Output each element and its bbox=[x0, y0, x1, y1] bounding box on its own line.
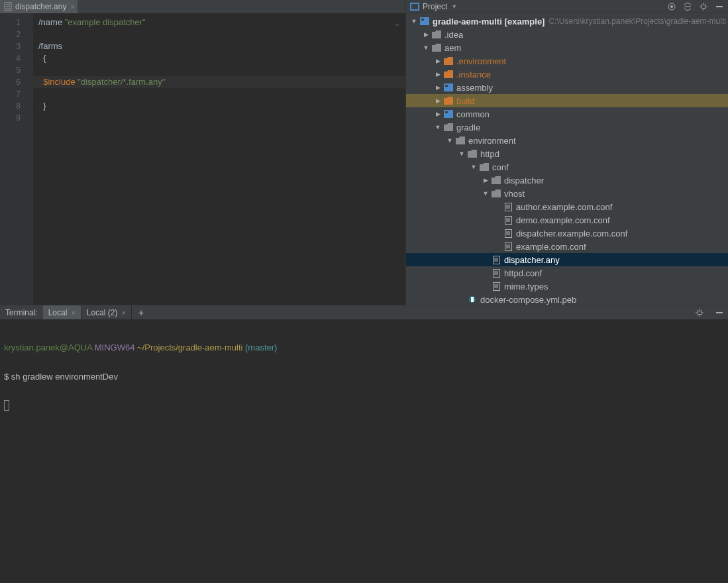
tree-item-dispatcher-any[interactable]: dispatcher.any bbox=[406, 253, 728, 266]
tree-item-gradle[interactable]: gradle bbox=[406, 121, 728, 134]
folder-icon bbox=[479, 163, 490, 171]
tree-twist[interactable] bbox=[421, 44, 431, 51]
svg-rect-12 bbox=[444, 83, 453, 91]
tree-twist[interactable] bbox=[421, 31, 431, 38]
terminal-line: krystian.panek@AQUA MINGW64 ~/Projects/g… bbox=[4, 341, 724, 355]
add-terminal-button[interactable]: + bbox=[132, 307, 150, 318]
tree-label: conf bbox=[492, 162, 509, 172]
terminal-tab[interactable]: Local (2)× bbox=[81, 305, 132, 320]
terminal-branch: (master) bbox=[245, 343, 277, 352]
folder-icon bbox=[467, 150, 478, 158]
tree-item-docker-compose-yml-peb[interactable]: docker-compose.yml.peb bbox=[406, 293, 728, 305]
file-icon bbox=[503, 242, 513, 251]
terminal-path: ~/Projects/gradle-aem-multi bbox=[137, 343, 242, 352]
svg-rect-11 bbox=[421, 19, 424, 21]
target-icon[interactable] bbox=[667, 2, 676, 11]
close-icon[interactable]: × bbox=[71, 309, 75, 317]
file-icon bbox=[491, 282, 501, 291]
tree-item-conf[interactable]: conf bbox=[406, 160, 728, 174]
close-icon[interactable]: × bbox=[122, 309, 126, 317]
tree-item--idea[interactable]: .idea bbox=[406, 28, 728, 41]
tree-label: dispatcher bbox=[504, 176, 544, 186]
folder-icon bbox=[431, 30, 442, 38]
tree-label: environment bbox=[468, 136, 516, 146]
tree-twist[interactable] bbox=[480, 190, 491, 197]
tree-twist[interactable] bbox=[456, 150, 467, 157]
tree-item-httpd-conf[interactable]: httpd.conf bbox=[406, 266, 728, 280]
close-icon[interactable]: × bbox=[70, 3, 74, 11]
tree-twist[interactable] bbox=[444, 137, 455, 144]
tree-twist[interactable] bbox=[409, 18, 419, 25]
tree-item-aem[interactable]: aem bbox=[406, 41, 728, 54]
editor-body[interactable]: 123456789 ⌄ /name "example dispatcher"/f… bbox=[0, 13, 405, 305]
tree-item-dispatcher-example-com-conf[interactable]: dispatcher.example.com.conf bbox=[406, 227, 728, 240]
tree-item-example-com-conf[interactable]: example.com.conf bbox=[406, 240, 728, 253]
tree-twist[interactable] bbox=[468, 164, 479, 170]
folder-icon bbox=[491, 176, 501, 184]
editor-tab-dispatcher[interactable]: dispatcher.any × bbox=[0, 0, 78, 13]
terminal-tab-label: Local (2) bbox=[87, 308, 118, 317]
tree-suffix: [example] bbox=[505, 17, 545, 26]
terminal-env: MINGW64 bbox=[95, 343, 135, 352]
project-header[interactable]: Project ▼ bbox=[406, 0, 728, 13]
tree-item-common[interactable]: common bbox=[406, 107, 728, 121]
file-icon bbox=[4, 2, 12, 11]
terminal-line: $ sh gradlew environmentDev bbox=[4, 370, 724, 384]
svg-rect-45 bbox=[471, 297, 474, 302]
svg-point-7 bbox=[670, 5, 673, 8]
tree-label: dispatcher.example.com.conf bbox=[516, 229, 627, 238]
gear-icon[interactable] bbox=[699, 2, 708, 11]
tree-item-gradle-aem-multi[interactable]: gradle-aem-multi[example]C:\Users\krysti… bbox=[406, 15, 728, 28]
chevron-down-icon[interactable]: ▼ bbox=[451, 3, 457, 10]
svg-point-46 bbox=[698, 311, 702, 315]
tree-twist[interactable] bbox=[433, 124, 443, 131]
tree-twist[interactable] bbox=[480, 177, 491, 184]
tree-twist[interactable] bbox=[433, 97, 443, 104]
terminal-cursor-line bbox=[4, 399, 724, 413]
tree-item--environment[interactable]: .environment bbox=[406, 54, 728, 68]
terminal-tab-label: Local bbox=[48, 308, 68, 317]
gear-icon[interactable] bbox=[695, 308, 708, 317]
tree-label: mime.types bbox=[504, 282, 548, 292]
editor-code[interactable]: ⌄ /name "example dispatcher"/farms..{..$… bbox=[33, 13, 405, 305]
tree-twist[interactable] bbox=[433, 111, 443, 117]
tree-item-mime-types[interactable]: mime.types bbox=[406, 280, 728, 293]
tree-label: example.com.conf bbox=[516, 242, 586, 252]
editor-gutter: 123456789 bbox=[0, 13, 33, 305]
svg-rect-15 bbox=[445, 111, 448, 113]
tree-twist[interactable] bbox=[433, 71, 443, 78]
tree-item-dispatcher[interactable]: dispatcher bbox=[406, 174, 728, 187]
tree-item-httpd[interactable]: httpd bbox=[406, 147, 728, 160]
terminal-user: krystian.panek@AQUA bbox=[4, 343, 92, 352]
terminal-tab[interactable]: Local× bbox=[43, 305, 81, 320]
terminal-body[interactable]: krystian.panek@AQUA MINGW64 ~/Projects/g… bbox=[0, 319, 728, 583]
tree-twist[interactable] bbox=[433, 84, 443, 91]
folder-icon bbox=[455, 136, 466, 144]
svg-point-8 bbox=[702, 5, 705, 9]
tree-item-environment[interactable]: environment bbox=[406, 134, 728, 147]
ofolder-icon bbox=[443, 70, 454, 78]
tree-item-author-example-com-conf[interactable]: author.example.com.conf bbox=[406, 200, 728, 213]
tree-twist[interactable] bbox=[433, 58, 443, 64]
svg-rect-13 bbox=[445, 85, 448, 87]
tree-label: author.example.com.conf bbox=[516, 202, 612, 212]
tree-label: gradle bbox=[456, 123, 480, 132]
ofolder-icon bbox=[443, 97, 454, 105]
tree-label: .instance bbox=[456, 70, 491, 80]
project-tree[interactable]: gradle-aem-multi[example]C:\Users\krysti… bbox=[406, 13, 728, 305]
editor-pane: dispatcher.any × 123456789 ⌄ /name "exam… bbox=[0, 0, 405, 305]
terminal-label: Terminal: bbox=[0, 308, 43, 317]
tree-label: assembly bbox=[456, 83, 493, 93]
tree-label: httpd bbox=[480, 149, 499, 159]
collapse-icon[interactable] bbox=[683, 2, 692, 11]
svg-rect-5 bbox=[411, 4, 418, 9]
minimize-icon[interactable] bbox=[715, 308, 728, 317]
tree-item--instance[interactable]: .instance bbox=[406, 68, 728, 81]
tree-item-demo-example-com-conf[interactable]: demo.example.com.conf bbox=[406, 213, 728, 227]
tree-item-vhost[interactable]: vhost bbox=[406, 187, 728, 200]
minimize-icon[interactable] bbox=[715, 2, 724, 11]
tree-item-build[interactable]: build bbox=[406, 94, 728, 107]
tree-label: common bbox=[456, 109, 490, 119]
tree-item-assembly[interactable]: assembly bbox=[406, 81, 728, 94]
folder-icon bbox=[491, 189, 501, 197]
